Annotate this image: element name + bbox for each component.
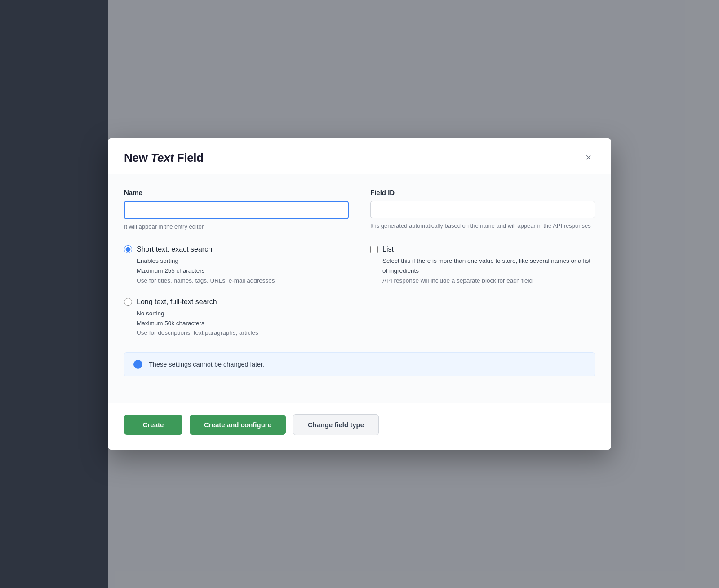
name-group: Name It will appear in the entry editor — [124, 189, 349, 231]
options-row: Short text, exact search Enables sorting… — [124, 245, 595, 338]
list-details: Select this if there is more than one va… — [382, 256, 595, 285]
short-text-details: Enables sorting Maximum 255 characters U… — [137, 256, 349, 285]
name-label: Name — [124, 189, 349, 196]
close-button[interactable]: × — [582, 151, 595, 164]
list-option: List Select this if there is more than o… — [370, 245, 595, 285]
field-id-label: Field ID — [370, 189, 595, 196]
list-detail1: Select this if there is more than one va… — [382, 256, 595, 275]
text-type-options: Short text, exact search Enables sorting… — [124, 245, 349, 338]
field-id-input[interactable] — [370, 201, 595, 218]
modal-footer: Create Create and configure Change field… — [108, 403, 611, 450]
field-id-hint: It is generated automatically based on t… — [370, 221, 595, 230]
long-text-details: No sorting Maximum 50k characters Use fo… — [137, 309, 349, 338]
change-field-type-button[interactable]: Change field type — [293, 414, 379, 435]
short-text-detail1: Enables sorting — [137, 256, 349, 266]
info-icon: i — [133, 360, 142, 369]
form-row-name-id: Name It will appear in the entry editor … — [124, 189, 595, 231]
long-text-radio[interactable] — [124, 298, 132, 306]
field-id-group: Field ID It is generated automatically b… — [370, 189, 595, 231]
list-checkbox-label[interactable]: List — [370, 245, 595, 253]
long-text-detail1: No sorting — [137, 309, 349, 318]
list-checkbox[interactable] — [370, 246, 378, 253]
long-text-detail3: Use for descriptions, text paragraphs, a… — [137, 328, 349, 338]
info-banner: i These settings cannot be changed later… — [124, 352, 595, 376]
short-text-label[interactable]: Short text, exact search — [124, 245, 349, 253]
info-banner-text: These settings cannot be changed later. — [149, 361, 264, 368]
list-detail2: API response will include a separate blo… — [382, 276, 595, 286]
create-button[interactable]: Create — [124, 415, 182, 435]
name-hint: It will appear in the entry editor — [124, 222, 349, 231]
short-text-detail2: Maximum 255 characters — [137, 266, 349, 276]
short-text-option: Short text, exact search Enables sorting… — [124, 245, 349, 285]
modal-body: Name It will appear in the entry editor … — [108, 174, 611, 403]
short-text-detail3: Use for titles, names, tags, URLs, e-mai… — [137, 276, 349, 286]
create-and-configure-button[interactable]: Create and configure — [190, 415, 286, 435]
long-text-label[interactable]: Long text, full-text search — [124, 298, 349, 306]
modal-title: New Text Field — [124, 151, 204, 165]
list-option-container: List Select this if there is more than o… — [370, 245, 595, 338]
modal-header: New Text Field × — [108, 138, 611, 174]
long-text-detail2: Maximum 50k characters — [137, 318, 349, 328]
name-input[interactable] — [124, 201, 349, 219]
new-text-field-modal: New Text Field × Name It will appear in … — [108, 138, 611, 450]
long-text-option: Long text, full-text search No sorting M… — [124, 298, 349, 338]
short-text-radio[interactable] — [124, 245, 132, 253]
